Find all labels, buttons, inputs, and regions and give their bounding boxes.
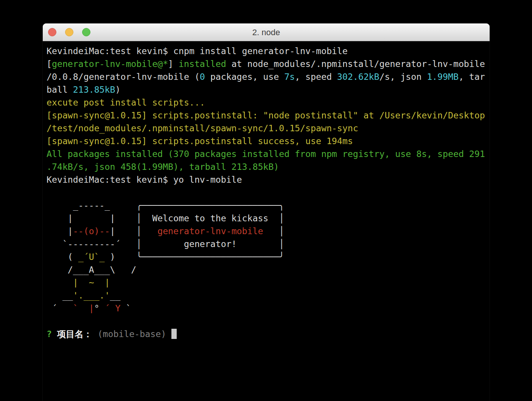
terminal-line: [generator-lnv-mobile@*] installed at no… (47, 58, 486, 70)
terminal-text-segment: /s, json (380, 71, 427, 82)
terminal-text-segment: /0.0.8/generator-lnv-mobile ( (47, 71, 200, 82)
terminal-line: | ~ | (47, 276, 486, 289)
terminal-text-segment: at node_modules/.npminstall/generator-ln… (226, 59, 485, 69)
terminal-line: ? 项目名： (mobile-base) (47, 328, 486, 340)
terminal-text-segment: KevindeiMac:test kevin$ cnpm install gen… (47, 46, 348, 56)
terminal-text-segment: [spawn-sync@1.0.15] scripts.postinstall … (47, 136, 353, 146)
terminal-output: KevindeiMac:test kevin$ cnpm install gen… (47, 45, 486, 340)
terminal-text-segment: ] (168, 59, 173, 69)
terminal-text-segment (173, 59, 179, 69)
terminal-text-segment: 项目名： (57, 329, 98, 339)
terminal-text-segment: ( (47, 252, 78, 262)
terminal-text-segment: ´ (47, 303, 73, 313)
terminal-text-segment (47, 277, 73, 288)
terminal-line: KevindeiMac:test kevin$ yo lnv-mobile (47, 173, 486, 186)
terminal-text-segment: packages, use (205, 71, 284, 82)
terminal-text-segment: | | │ Welcome to the kickass │ (47, 213, 284, 223)
terminal-line: /0.0.8/generator-lnv-mobile (0 packages,… (47, 70, 486, 83)
terminal-line: ball 213.85kB) (47, 83, 486, 96)
terminal-text-segment: _´U`_ (78, 252, 105, 262)
terminal-line: .74kB/s, json 458(1.99MB), tarball 213.8… (47, 160, 486, 173)
window-title: 2. node (43, 23, 490, 41)
terminal-text-segment: 1.99MB (427, 71, 459, 82)
terminal-line: | | │ Welcome to the kickass │ (47, 212, 486, 225)
terminal-text-segment: ° (94, 303, 105, 313)
terminal-text-segment: 7s (284, 71, 295, 82)
terminal-line: `---------´ │ generator! │ (47, 238, 486, 250)
terminal-text-segment: /test/node_modules/.npminstall/spawn-syn… (47, 123, 358, 133)
terminal-line: /test/node_modules/.npminstall/spawn-syn… (47, 122, 486, 135)
terminal-line: [spawn-sync@1.0.15] scripts.postinstall:… (47, 109, 486, 122)
terminal-text-segment: (mobile-base) (98, 329, 171, 339)
terminal-text-segment: .74kB/s, json 458(1.99MB), tarball 213.8… (47, 162, 279, 172)
terminal-window: 2. node KevindeiMac:test kevin$ cnpm ins… (43, 23, 490, 401)
terminal-text-segment: ball (47, 84, 73, 95)
terminal-line: [spawn-sync@1.0.15] scripts.postinstall … (47, 135, 486, 148)
terminal-text-segment: /___A___\ / (47, 264, 136, 275)
terminal-text-segment: All packages installed (370 packages ins… (47, 149, 485, 159)
terminal-text-segment: , speed (295, 71, 337, 82)
terminal-line: |--(o)--| │ generator-lnv-mobile │ (47, 225, 486, 238)
terminal-text-segment: __ (47, 290, 73, 300)
terminal-text-segment: _-----_ ╭──────────────────────────╮ (47, 200, 284, 210)
terminal-line: ( _´U`_ ) ╰──────────────────────────╯ (47, 250, 486, 263)
terminal-line: ´ ` |° ´ Y ` (47, 302, 486, 315)
terminal-text-segment: ` (120, 303, 131, 313)
terminal-text-segment: │ (263, 226, 284, 236)
terminal-text-segment: 213.85kB (73, 84, 115, 95)
terminal-text-segment: 302.62kB (337, 71, 380, 82)
terminal-text-segment: ? (47, 329, 57, 339)
terminal-text-segment: , tar (459, 71, 485, 82)
terminal-line: KevindeiMac:test kevin$ cnpm install gen… (47, 45, 486, 58)
terminal-screen[interactable]: KevindeiMac:test kevin$ cnpm install gen… (43, 41, 490, 340)
terminal-line (47, 315, 486, 328)
terminal-text-segment: KevindeiMac:test kevin$ yo lnv-mobile (47, 174, 242, 185)
terminal-text-segment: generator-lnv-mobile@* (52, 59, 168, 69)
terminal-text-segment: 0 (200, 71, 205, 82)
terminal-cursor[interactable] (171, 329, 177, 339)
terminal-line: _-----_ ╭──────────────────────────╮ (47, 199, 486, 212)
terminal-text-segment: ) ╰──────────────────────────╯ (105, 252, 285, 262)
terminal-text-segment: [spawn-sync@1.0.15] scripts.postinstall:… (47, 110, 485, 120)
terminal-line: __'.___.'__ (47, 289, 486, 302)
terminal-text-segment: generator-lnv-mobile (157, 226, 263, 236)
terminal-text-segment: installed (179, 59, 226, 69)
terminal-line: excute post install scripts... (47, 96, 486, 109)
terminal-text-segment: ) (115, 84, 121, 95)
terminal-line (47, 186, 486, 199)
terminal-text-segment: ´ Y (105, 303, 121, 313)
terminal-text-segment: [ (47, 59, 52, 69)
terminal-text-segment: ` | (73, 303, 94, 313)
terminal-line: All packages installed (370 packages ins… (47, 148, 486, 160)
terminal-text-segment: --(o)-- (73, 226, 110, 236)
title-bar[interactable]: 2. node (43, 23, 490, 41)
terminal-text-segment: `---------´ │ generator! │ (47, 239, 284, 249)
terminal-text-segment: | (47, 226, 73, 236)
terminal-text-segment: __ (110, 290, 121, 300)
terminal-text-segment: | ~ | (73, 277, 110, 288)
terminal-text-segment: excute post install scripts... (47, 97, 205, 107)
terminal-text-segment: | │ (110, 226, 158, 236)
terminal-text-segment: '.___.' (73, 290, 110, 300)
desktop-background: 2. node KevindeiMac:test kevin$ cnpm ins… (0, 0, 532, 401)
terminal-line: /___A___\ / (47, 263, 486, 276)
